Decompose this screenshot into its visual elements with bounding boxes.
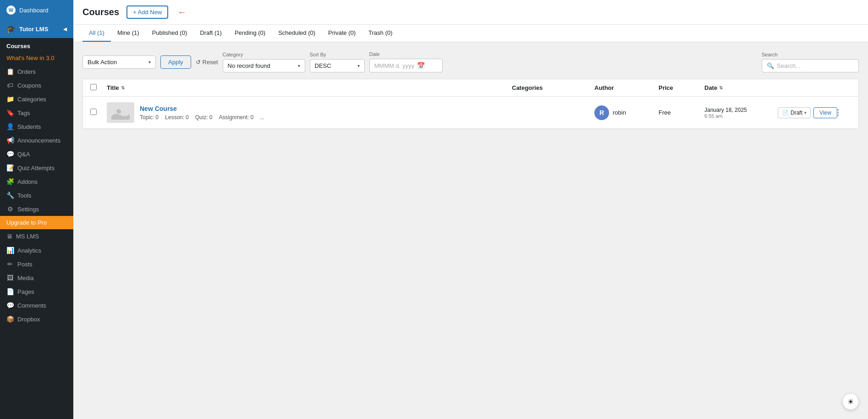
tools-label: Tools (17, 192, 31, 199)
tab-draft[interactable]: Draft (1) (193, 25, 228, 42)
analytics-label: Analytics (17, 247, 41, 254)
dashboard-item[interactable]: W Dashboard (0, 0, 73, 20)
tab-all[interactable]: All (1) (82, 25, 111, 42)
reset-button[interactable]: ↺ Reset (196, 59, 218, 66)
select-all-cell[interactable] (90, 84, 107, 92)
coupons-label: Coupons (17, 82, 41, 89)
arrow-indicator: ← (177, 7, 187, 17)
tab-scheduled[interactable]: Scheduled (0) (272, 25, 322, 42)
more-options-button[interactable]: ⋮ (833, 106, 844, 119)
search-input[interactable] (777, 62, 854, 69)
pages-label: Pages (17, 288, 34, 295)
col-title: Title ⇅ (107, 84, 512, 91)
orders-icon: 📋 (6, 68, 14, 75)
theme-toggle-button[interactable]: ☀ (842, 393, 859, 410)
category-value: No record found (228, 62, 270, 69)
courses-table: Title ⇅ Categories Author Price Date ⇅ (82, 79, 859, 129)
title-sort-icon[interactable]: ⇅ (121, 85, 125, 90)
settings-icon: ⚙ (6, 205, 14, 213)
theme-toggle-icon: ☀ (847, 397, 854, 406)
qa-label: Q&A (17, 151, 30, 158)
status-label: Draft (791, 110, 802, 116)
sidebar-item-tags[interactable]: 🔖 Tags (0, 106, 73, 120)
sidebar-item-pages[interactable]: 📄 Pages (0, 285, 73, 298)
author-avatar: R (594, 105, 609, 120)
sidebar: W Dashboard 🎓 Tutor LMS ◀ Courses What's… (0, 0, 73, 419)
search-box[interactable]: 🔍 (762, 59, 859, 72)
courses-heading: Courses (0, 38, 73, 51)
qa-icon: 💬 (6, 150, 14, 158)
sidebar-item-orders[interactable]: 📋 Orders (0, 65, 73, 78)
table-header: Title ⇅ Categories Author Price Date ⇅ (83, 79, 858, 97)
sort-by-filter: Sort By DESC ▾ (310, 52, 365, 72)
addons-icon: 🧩 (6, 178, 14, 185)
row-checkbox[interactable] (90, 109, 97, 115)
top-bar: Courses + Add New ← (73, 0, 868, 25)
sidebar-item-media[interactable]: 🖼 Media (0, 271, 73, 285)
sidebar-item-tools[interactable]: 🔧 Tools (0, 188, 73, 202)
tutor-brand[interactable]: 🎓 Tutor LMS ◀ (0, 20, 73, 38)
sidebar-item-announcements[interactable]: 📢 Announcements (0, 133, 73, 147)
sidebar-item-students[interactable]: 👤 Students (0, 120, 73, 133)
main-content: Courses + Add New ← All (1) Mine (1) Pub… (73, 0, 868, 419)
whats-new-label: What's New in 3.0 (6, 55, 54, 61)
announcements-icon: 📢 (6, 137, 14, 144)
sidebar-item-ms-lms[interactable]: 🖥 MS LMS (0, 229, 73, 243)
category-select[interactable]: No record found ▾ (223, 59, 305, 72)
tutor-brand-label: Tutor LMS (19, 26, 48, 33)
select-all-checkbox[interactable] (90, 84, 97, 90)
topic-value: 0 (155, 114, 159, 121)
sidebar-item-posts[interactable]: ✏ Posts (0, 257, 73, 271)
announcements-label: Announcements (17, 137, 60, 144)
date-sort-icon[interactable]: ⇅ (719, 85, 723, 90)
pages-icon: 📄 (6, 288, 14, 295)
media-icon: 🖼 (6, 274, 14, 281)
status-dropdown[interactable]: 📄 Draft ▾ (778, 107, 811, 118)
sort-by-select[interactable]: DESC ▾ (310, 59, 365, 72)
filter-bar: Bulk Action ▾ Apply ↺ Reset Category No … (82, 51, 859, 72)
sidebar-item-comments[interactable]: 💬 Comments (0, 298, 73, 312)
quiz-attempts-label: Quiz Attempts (17, 165, 55, 171)
more-actions-cell: ⋮ (833, 106, 851, 119)
date-input[interactable]: MMMM d, yyyy 📅 (369, 59, 443, 72)
row-select-cell[interactable] (90, 109, 107, 116)
apply-button[interactable]: Apply (160, 55, 191, 69)
categories-icon: 📁 (6, 95, 14, 103)
page-title: Courses (82, 7, 119, 17)
sidebar-item-addons[interactable]: 🧩 Addons (0, 175, 73, 188)
category-label: Category (223, 52, 305, 57)
bulk-action-select[interactable]: Bulk Action ▾ (82, 55, 156, 69)
tab-published[interactable]: Published (0) (146, 25, 194, 42)
upgrade-to-pro-button[interactable]: Upgrade to Pro (0, 216, 73, 229)
date-value: January 18, 2025 (704, 107, 778, 113)
date-cell: January 18, 2025 6:55 am (704, 107, 778, 119)
tools-icon: 🔧 (6, 192, 14, 199)
category-chevron: ▾ (298, 63, 300, 68)
author-name[interactable]: robin (613, 109, 626, 116)
sidebar-item-whats-new[interactable]: What's New in 3.0 (0, 51, 73, 65)
bulk-action-chevron: ▾ (148, 60, 151, 65)
sidebar-item-qa[interactable]: 💬 Q&A (0, 147, 73, 161)
students-icon: 👤 (6, 123, 14, 130)
tab-trash[interactable]: Trash (0) (362, 25, 399, 42)
sidebar-item-dropbox[interactable]: 📦 Dropbox (0, 312, 73, 326)
col-author: Author (594, 84, 659, 91)
tab-mine[interactable]: Mine (1) (111, 25, 146, 42)
dropbox-icon: 📦 (6, 315, 14, 323)
sidebar-item-settings[interactable]: ⚙ Settings (0, 202, 73, 216)
sidebar-item-analytics[interactable]: 📊 Analytics (0, 243, 73, 257)
tab-pending[interactable]: Pending (0) (228, 25, 272, 42)
sidebar-item-coupons[interactable]: 🏷 Coupons (0, 78, 73, 92)
add-new-button[interactable]: + Add New (126, 6, 168, 19)
status-chevron: ▾ (804, 110, 807, 115)
more-meta[interactable]: ... (260, 114, 264, 121)
sidebar-item-categories[interactable]: 📁 Categories (0, 92, 73, 106)
search-label: Search (762, 52, 859, 57)
search-icon: 🔍 (767, 62, 774, 69)
course-title[interactable]: New Course (140, 105, 264, 112)
dashboard-label: Dashboard (19, 7, 49, 14)
categories-label: Categories (17, 96, 46, 103)
sort-by-label: Sort By (310, 52, 365, 57)
tab-private[interactable]: Private (0) (322, 25, 362, 42)
sidebar-item-quiz-attempts[interactable]: 📝 Quiz Attempts (0, 161, 73, 175)
